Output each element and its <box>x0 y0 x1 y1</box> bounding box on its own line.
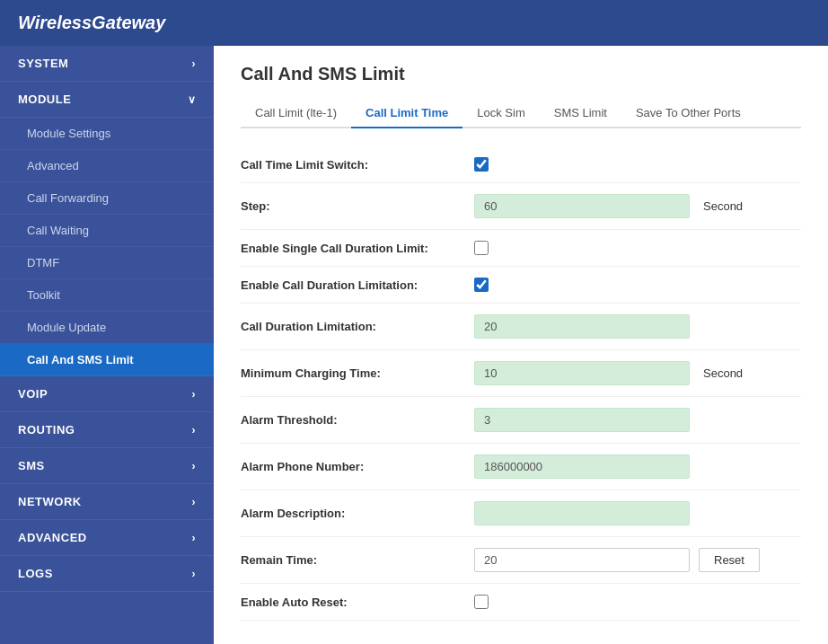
control-remain-time: Reset <box>474 548 760 572</box>
tab-lock-sim[interactable]: Lock Sim <box>462 99 539 128</box>
chevron-right-logs-icon: › <box>192 568 197 580</box>
control-alarm-phone-number <box>474 454 690 479</box>
sidebar-item-module[interactable]: MODULE ∨ <box>0 82 214 118</box>
sidebar-item-advanced-menu[interactable]: ADVANCED › <box>0 520 214 556</box>
sidebar-sub-label-call-waiting: Call Waiting <box>27 224 89 237</box>
control-call-duration-limitation <box>474 314 690 339</box>
control-alarm-description <box>474 501 690 525</box>
label-step: Step: <box>241 199 474 213</box>
unit-step: Second <box>703 199 743 213</box>
label-call-duration-limitation: Call Duration Limitation: <box>241 320 474 333</box>
sidebar-sub-label-dtmf: DTMF <box>27 256 59 269</box>
input-remain-time[interactable] <box>474 548 690 572</box>
field-alarm-description: Alarm Description: <box>241 490 801 537</box>
sidebar-item-module-update[interactable]: Module Update <box>0 312 214 344</box>
sidebar-item-call-and-sms-limit[interactable]: Call And SMS Limit <box>0 344 214 376</box>
chevron-right-routing-icon: › <box>192 424 197 437</box>
input-alarm-description[interactable] <box>474 501 690 525</box>
chevron-down-icon: ∨ <box>188 93 197 106</box>
tab-call-limit-time[interactable]: Call Limit Time <box>351 99 462 128</box>
checkbox-enable-auto-reset[interactable] <box>474 595 489 609</box>
app-header: WirelessGateway <box>0 0 828 46</box>
sidebar-item-network[interactable]: NETWORK › <box>0 484 214 520</box>
sidebar-item-call-forwarding[interactable]: Call Forwarding <box>0 182 214 215</box>
field-call-duration-limitation: Call Duration Limitation: <box>241 304 801 350</box>
reset-button[interactable]: Reset <box>699 548 760 572</box>
sidebar-item-logs-label: LOGS <box>18 567 53 580</box>
control-minimum-charging-time: Second <box>474 361 743 385</box>
control-alarm-threshold <box>474 408 690 432</box>
sidebar-item-advanced[interactable]: Advanced <box>0 150 214 182</box>
input-call-duration-limitation[interactable] <box>474 314 690 339</box>
unit-minimum-charging-time: Second <box>703 366 743 380</box>
control-call-time-limit-switch <box>474 157 489 172</box>
sidebar-item-system[interactable]: SYSTEM › <box>0 46 214 82</box>
sidebar-item-sms[interactable]: SMS › <box>0 448 214 484</box>
sidebar-item-routing[interactable]: ROUTING › <box>0 412 214 448</box>
sidebar-sub-label-module-update: Module Update <box>27 321 106 334</box>
chevron-right-network-icon: › <box>192 496 197 508</box>
sidebar-item-voip-label: VOIP <box>18 387 48 401</box>
sidebar-item-toolkit[interactable]: Toolkit <box>0 279 214 312</box>
field-remain-time: Remain Time: Reset <box>241 537 801 584</box>
checkbox-enable-single-call[interactable] <box>474 241 489 255</box>
sidebar-sub-label-toolkit: Toolkit <box>27 288 60 302</box>
label-alarm-description: Alarm Description: <box>241 507 474 520</box>
label-enable-call-duration: Enable Call Duration Limitation: <box>241 278 474 292</box>
sidebar-item-advanced-menu-label: ADVANCED <box>18 531 87 544</box>
sidebar-item-sms-label: SMS <box>18 459 45 472</box>
tabs-bar: Call Limit (lte-1) Call Limit Time Lock … <box>241 99 801 128</box>
sidebar-item-routing-label: ROUTING <box>18 423 75 437</box>
sidebar-item-logs[interactable]: LOGS › <box>0 556 214 592</box>
page-title: Call And SMS Limit <box>241 64 801 84</box>
sidebar-item-voip[interactable]: VOIP › <box>0 376 214 412</box>
control-enable-auto-reset <box>474 595 489 609</box>
chevron-right-voip-icon: › <box>192 388 197 401</box>
checkbox-enable-call-duration[interactable] <box>474 278 489 292</box>
sidebar-sub-label-call-forwarding: Call Forwarding <box>27 191 109 205</box>
sidebar-item-call-waiting[interactable]: Call Waiting <box>0 215 214 247</box>
input-alarm-phone-number[interactable] <box>474 454 690 479</box>
sidebar-item-network-label: NETWORK <box>18 495 82 508</box>
field-enable-call-duration: Enable Call Duration Limitation: <box>241 267 801 304</box>
label-alarm-phone-number: Alarm Phone Number: <box>241 460 474 473</box>
tab-sms-limit[interactable]: SMS Limit <box>540 99 621 128</box>
control-step: Second <box>474 194 743 218</box>
sidebar-sub-label-call-and-sms-limit: Call And SMS Limit <box>27 353 134 366</box>
tab-save-to-other-ports[interactable]: Save To Other Ports <box>621 99 755 128</box>
checkbox-call-time-limit-switch[interactable] <box>474 157 489 172</box>
field-alarm-phone-number: Alarm Phone Number: <box>241 444 801 490</box>
chevron-right-advanced-icon: › <box>192 532 197 544</box>
field-call-time-limit-switch: Call Time Limit Switch: <box>241 146 801 183</box>
sidebar: SYSTEM › MODULE ∨ Module Settings Advanc… <box>0 46 214 644</box>
field-minimum-charging-time: Minimum Charging Time: Second <box>241 350 801 397</box>
sidebar-item-system-label: SYSTEM <box>18 57 68 70</box>
input-minimum-charging-time[interactable] <box>474 361 690 385</box>
label-enable-single-call: Enable Single Call Duration Limit: <box>241 242 474 255</box>
tab-call-limit[interactable]: Call Limit (lte-1) <box>241 99 351 128</box>
sidebar-sub-label-module-settings: Module Settings <box>27 127 110 140</box>
label-enable-auto-reset: Enable Auto Reset: <box>241 595 474 609</box>
label-minimum-charging-time: Minimum Charging Time: <box>241 366 474 380</box>
sidebar-item-module-settings[interactable]: Module Settings <box>0 118 214 150</box>
field-enable-auto-reset: Enable Auto Reset: <box>241 584 801 621</box>
label-call-time-limit-switch: Call Time Limit Switch: <box>241 158 474 172</box>
sidebar-item-module-label: MODULE <box>18 93 71 106</box>
control-enable-single-call <box>474 241 489 255</box>
input-step[interactable] <box>474 194 690 218</box>
field-enable-single-call: Enable Single Call Duration Limit: <box>241 230 801 267</box>
label-alarm-threshold: Alarm Threshold: <box>241 413 474 427</box>
input-alarm-threshold[interactable] <box>474 408 690 432</box>
main-layout: SYSTEM › MODULE ∨ Module Settings Advanc… <box>0 46 828 644</box>
field-alarm-threshold: Alarm Threshold: <box>241 397 801 444</box>
app-title: WirelessGateway <box>18 13 165 32</box>
sidebar-sub-label-advanced: Advanced <box>27 159 79 172</box>
content-area: Call And SMS Limit Call Limit (lte-1) Ca… <box>214 46 828 644</box>
field-step: Step: Second <box>241 183 801 230</box>
control-enable-call-duration <box>474 278 489 292</box>
sidebar-item-dtmf[interactable]: DTMF <box>0 247 214 279</box>
chevron-right-icon: › <box>192 57 197 70</box>
chevron-right-sms-icon: › <box>192 460 197 472</box>
label-remain-time: Remain Time: <box>241 553 474 567</box>
